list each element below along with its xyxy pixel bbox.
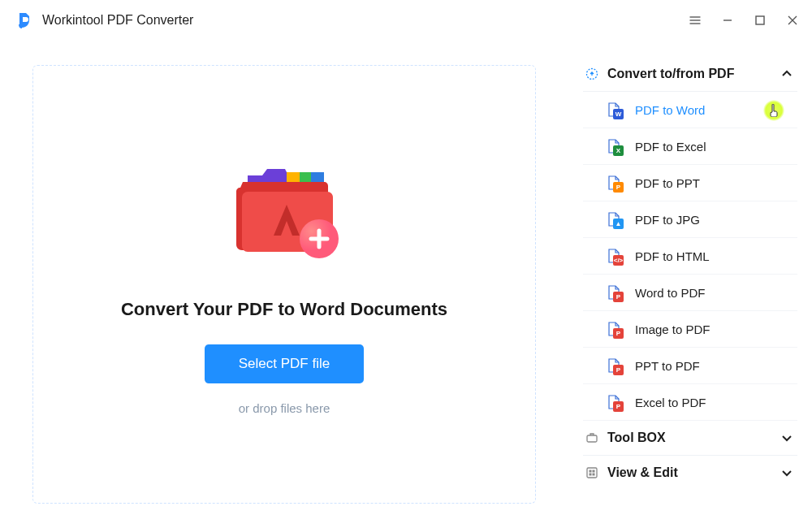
file-icon: </>: [606, 248, 624, 264]
folder-pdf-add-icon: [215, 154, 353, 271]
menu-item-excel-to-pdf[interactable]: PExcel to PDF: [583, 384, 797, 421]
svg-rect-8: [590, 470, 592, 473]
svg-rect-7: [587, 468, 597, 478]
menu-item-label: Image to PDF: [635, 322, 797, 336]
sidebar: Convert to/from PDF WPDF to WordXPDF to …: [568, 41, 812, 528]
svg-rect-9: [593, 470, 595, 473]
menu-button[interactable]: [679, 4, 711, 37]
convert-section-icon: [583, 67, 601, 80]
dropzone[interactable]: Convert Your PDF to Word Documents Selec…: [32, 65, 536, 504]
close-button[interactable]: [776, 4, 809, 37]
toolbox-section-icon: [583, 431, 601, 444]
file-icon: W: [606, 102, 624, 118]
section-header-convert[interactable]: Convert to/from PDF: [583, 57, 797, 92]
titlebar: Workintool PDF Converter: [0, 0, 812, 41]
section-header-toolbox[interactable]: Tool BOX: [583, 421, 797, 456]
file-icon: P: [606, 394, 624, 410]
menu-item-ppt-to-pdf[interactable]: PPPT to PDF: [583, 348, 797, 384]
file-icon: P: [606, 284, 624, 301]
menu-item-pdf-to-jpg[interactable]: ▲PDF to JPG: [583, 201, 797, 238]
maximize-button[interactable]: [744, 4, 776, 37]
main-area: Convert Your PDF to Word Documents Selec…: [0, 41, 568, 528]
main-heading: Convert Your PDF to Word Documents: [121, 299, 447, 320]
file-icon: P: [606, 175, 624, 191]
menu-item-pdf-to-ppt[interactable]: PPDF to PPT: [583, 165, 797, 201]
svg-rect-10: [590, 474, 592, 476]
file-icon: ▲: [606, 211, 624, 227]
menu-item-word-to-pdf[interactable]: PWord to PDF: [583, 275, 797, 311]
svg-rect-0: [756, 16, 764, 24]
menu-item-label: PDF to HTML: [635, 249, 797, 263]
svg-rect-6: [587, 435, 597, 442]
menu-item-pdf-to-html[interactable]: </>PDF to HTML: [583, 238, 797, 275]
chevron-down-icon: [780, 431, 794, 445]
convert-items: WPDF to WordXPDF to ExcelPPDF to PPT▲PDF…: [583, 92, 797, 421]
chevron-down-icon: [780, 465, 794, 480]
menu-item-image-to-pdf[interactable]: PImage to PDF: [583, 311, 797, 348]
menu-item-label: Word to PDF: [635, 286, 797, 300]
viewedit-section-icon: [583, 466, 601, 479]
minimize-button[interactable]: [711, 4, 744, 37]
svg-rect-11: [593, 474, 595, 476]
select-pdf-button[interactable]: Select PDF file: [205, 344, 364, 383]
file-icon: P: [606, 321, 624, 337]
section-title: Convert to/from PDF: [607, 67, 780, 81]
svg-rect-1: [287, 172, 301, 184]
menu-item-label: PDF to PPT: [635, 176, 797, 190]
app-logo-icon: [15, 11, 34, 30]
drop-hint: or drop files here: [239, 401, 330, 415]
section-header-viewedit[interactable]: View & Edit: [583, 456, 797, 490]
section-title: Tool BOX: [607, 431, 780, 445]
svg-rect-3: [311, 172, 324, 184]
file-icon: P: [606, 357, 624, 374]
app-title: Workintool PDF Converter: [42, 13, 193, 28]
menu-item-pdf-to-word[interactable]: WPDF to Word: [583, 92, 797, 128]
menu-item-label: Excel to PDF: [635, 396, 797, 409]
menu-item-pdf-to-excel[interactable]: XPDF to Excel: [583, 128, 797, 165]
menu-item-label: PDF to Excel: [635, 140, 797, 154]
section-title: View & Edit: [607, 465, 780, 480]
menu-item-label: PPT to PDF: [635, 359, 797, 373]
file-icon: X: [606, 138, 624, 154]
chevron-up-icon: [780, 67, 794, 81]
pointer-cursor-icon: [763, 100, 784, 121]
menu-item-label: PDF to JPG: [635, 213, 797, 227]
